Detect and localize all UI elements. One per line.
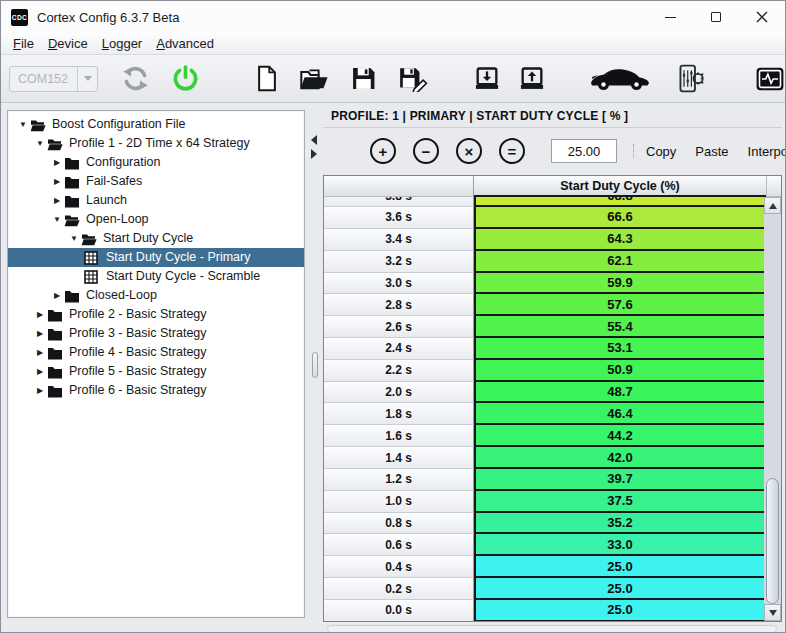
tree-expander-icon[interactable]: ▼ (33, 139, 47, 148)
value-cell[interactable]: 53.1 (474, 338, 766, 360)
tree-item[interactable]: ▶ Profile 3 - Basic Strategy (8, 324, 304, 343)
tree-expander-icon[interactable]: ▶ (33, 386, 47, 395)
scroll-down-button[interactable] (764, 604, 781, 621)
tree-expander-icon[interactable]: ▼ (50, 215, 64, 224)
table-row[interactable]: 2.8 s 57.6 (324, 294, 766, 316)
value-cell[interactable]: 25.0 (474, 578, 766, 600)
tree-item[interactable]: ▼ Boost Configuration File (8, 115, 304, 134)
table-row[interactable]: 0.0 s 25.0 (324, 600, 766, 621)
tree-expander-icon[interactable]: ▶ (33, 367, 47, 376)
tree-item[interactable]: ▶ Profile 5 - Basic Strategy (8, 362, 304, 381)
add-button[interactable]: + (370, 138, 396, 164)
collapse-right-icon[interactable] (311, 149, 317, 159)
table-row[interactable]: 0.6 s 33.0 (324, 534, 766, 556)
value-cell[interactable]: 39.7 (474, 469, 766, 491)
time-cell[interactable]: 2.4 s (324, 338, 474, 360)
tree-item[interactable]: ▼ Profile 1 - 2D Time x 64 Strategy (8, 134, 304, 153)
refresh-button[interactable] (121, 64, 150, 93)
table-row[interactable]: 1.4 s 42.0 (324, 447, 766, 469)
save-as-button[interactable] (398, 66, 428, 92)
table-row[interactable]: 2.6 s 55.4 (324, 316, 766, 338)
tree-expander-icon[interactable]: ▶ (33, 310, 47, 319)
tree-expander-icon[interactable]: ▶ (50, 177, 64, 186)
value-cell[interactable]: 66.6 (474, 207, 766, 229)
tree-item[interactable]: ▶ Profile 4 - Basic Strategy (8, 343, 304, 362)
divider-grip[interactable] (312, 352, 318, 378)
set-equal-button[interactable]: = (499, 138, 525, 164)
table-row[interactable]: 3.6 s 66.6 (324, 207, 766, 229)
time-cell[interactable]: 2.8 s (324, 294, 474, 316)
table-row[interactable]: 1.0 s 37.5 (324, 491, 766, 513)
table-row[interactable]: 2.0 s 48.7 (324, 382, 766, 404)
value-cell[interactable]: 35.2 (474, 513, 766, 535)
menu-advanced[interactable]: Advanced (149, 34, 221, 53)
tree-item[interactable]: Start Duty Cycle - Primary (8, 248, 304, 267)
time-cell[interactable]: 2.0 s (324, 382, 474, 404)
tree-expander-icon[interactable]: ▶ (50, 158, 64, 167)
tree-item[interactable]: ▼ Open-Loop (8, 210, 304, 229)
tree-expander-icon[interactable]: ▼ (67, 234, 81, 243)
tree-item[interactable]: ▶ Launch (8, 191, 304, 210)
com-port-select[interactable]: COM152 (9, 66, 98, 92)
time-cell[interactable]: 3.2 s (324, 251, 474, 273)
menu-file[interactable]: File (6, 34, 41, 53)
scrollbar-track[interactable] (764, 214, 781, 604)
minimize-button[interactable] (647, 1, 693, 33)
value-cell[interactable]: 62.1 (474, 251, 766, 273)
tree-item[interactable]: ▶ Profile 2 - Basic Strategy (8, 305, 304, 324)
table-row[interactable]: 2.4 s 53.1 (324, 338, 766, 360)
interpolate-button[interactable]: Interpolate (748, 144, 786, 159)
value-cell[interactable]: 37.5 (474, 491, 766, 513)
new-file-button[interactable] (255, 65, 279, 92)
subtract-button[interactable]: − (413, 138, 439, 164)
tree-item[interactable]: ▶ Profile 6 - Basic Strategy (8, 381, 304, 400)
upload-device-button[interactable] (518, 65, 546, 93)
time-cell[interactable]: 1.8 s (324, 403, 474, 425)
multiply-button[interactable]: × (456, 138, 482, 164)
vehicle-button[interactable] (589, 65, 651, 92)
tree-item[interactable]: Start Duty Cycle - Scramble (8, 267, 304, 286)
value-cell[interactable]: 68.8 (474, 197, 766, 207)
time-cell[interactable]: 1.0 s (324, 491, 474, 513)
table-row[interactable]: 1.6 s 44.2 (324, 425, 766, 447)
value-cell[interactable]: 44.2 (474, 425, 766, 447)
value-cell[interactable]: 42.0 (474, 447, 766, 469)
time-cell[interactable]: 0.0 s (324, 600, 474, 621)
time-cell[interactable]: 3.6 s (324, 207, 474, 229)
time-cell[interactable]: 0.8 s (324, 513, 474, 535)
tree-expander-icon[interactable]: ▶ (33, 348, 47, 357)
datalog-setup-button[interactable] (677, 64, 704, 93)
horizontal-scrollbar[interactable] (327, 625, 777, 633)
tree-expander-icon[interactable]: ▶ (50, 196, 64, 205)
maximize-button[interactable] (693, 1, 739, 33)
value-cell[interactable]: 25.0 (474, 556, 766, 578)
value-cell[interactable]: 59.9 (474, 273, 766, 295)
time-cell[interactable]: 2.6 s (324, 316, 474, 338)
tree-item[interactable]: ▼ Start Duty Cycle (8, 229, 304, 248)
table-row[interactable]: 3.2 s 62.1 (324, 251, 766, 273)
table-row[interactable]: 1.8 s 46.4 (324, 403, 766, 425)
time-cell[interactable]: 2.2 s (324, 360, 474, 382)
scrollbar-thumb[interactable] (766, 478, 779, 604)
split-divider[interactable] (307, 104, 323, 632)
time-cell[interactable]: 1.4 s (324, 447, 474, 469)
download-device-button[interactable] (473, 65, 501, 93)
copy-button[interactable]: Copy (646, 144, 676, 159)
value-cell[interactable]: 25.0 (474, 600, 766, 621)
scroll-up-button[interactable] (764, 197, 781, 214)
table-row[interactable]: 3.8 s 68.8 (324, 197, 766, 207)
paste-button[interactable]: Paste (695, 144, 728, 159)
time-cell[interactable]: 0.6 s (324, 534, 474, 556)
time-cell[interactable]: 0.4 s (324, 556, 474, 578)
table-row[interactable]: 0.4 s 25.0 (324, 556, 766, 578)
tree-item[interactable]: ▶ Configuration (8, 153, 304, 172)
value-cell[interactable]: 64.3 (474, 229, 766, 251)
vertical-scrollbar[interactable] (764, 197, 781, 621)
set-value-input[interactable] (551, 139, 617, 163)
time-cell[interactable]: 1.6 s (324, 425, 474, 447)
value-cell[interactable]: 33.0 (474, 534, 766, 556)
tree-expander-icon[interactable]: ▼ (16, 120, 30, 129)
menu-device[interactable]: Device (41, 34, 95, 53)
tree-item[interactable]: ▶ Fail-Safes (8, 172, 304, 191)
save-button[interactable] (351, 66, 376, 91)
